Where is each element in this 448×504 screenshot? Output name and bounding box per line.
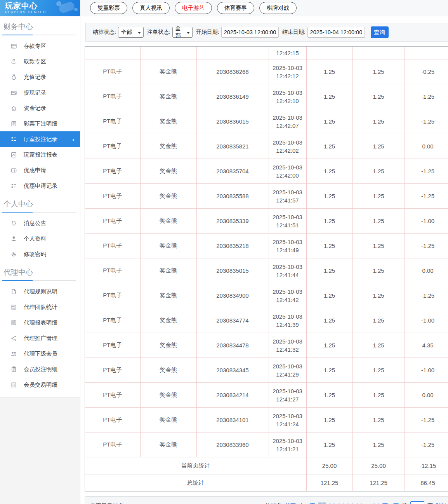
cell-game: 奖金熊 (140, 333, 196, 358)
prev-page-link[interactable]: 上一页 (299, 502, 315, 504)
cell-bet-amount: 1.25 (306, 109, 352, 134)
sidebar-item[interactable]: 会员交易明细 › (0, 377, 80, 392)
sidebar-item[interactable]: 优惠申请记录 › (0, 178, 80, 194)
table-row: PT电子奖金熊20308353392025-10-0312:41:511.251… (85, 209, 448, 234)
sidebar-item[interactable]: 优惠申请 › (0, 162, 80, 178)
sidebar-item[interactable]: 厅室投注记录 › (0, 131, 80, 147)
game-category-tab[interactable]: 棋牌对战 (259, 2, 297, 14)
cell-bet-time: 2025-10-0312:41:29 (269, 358, 306, 383)
cell-order-no: 2030834345 (196, 358, 269, 383)
next-page-link[interactable]: 下一页 (382, 502, 399, 504)
sidebar-item[interactable]: 资金记录 › (0, 100, 80, 116)
sidebar-item[interactable]: 提现记录 › (0, 85, 80, 100)
cell-order-no: 2030835704 (196, 159, 269, 184)
cell-order-no: 2030833960 (196, 432, 269, 457)
page-size-text: 每页显示20条 (90, 502, 124, 504)
cell-game: 奖金熊 (140, 308, 196, 333)
sidebar-item[interactable]: 代理下级会员 › (0, 346, 80, 361)
cell-platform: PT电子 (85, 258, 140, 283)
start-date-label: 开始日期: (196, 29, 219, 36)
settle-status-select[interactable]: 全部 (118, 27, 144, 38)
cell-game: 奖金熊 (140, 358, 196, 383)
pagination-controls: 共97条 首页 上一页 [1][2][3][4][5]...[5] 下一页 第 … (265, 501, 447, 504)
game-category-tab[interactable]: 真人视讯 (132, 2, 170, 14)
cell-bet-time: 2025-10-0312:42:00 (269, 159, 306, 184)
table-row: PT电子奖金熊20308341012025-10-0312:41:241.251… (85, 408, 448, 432)
sidebar-item[interactable]: 彩票下注明细 › (0, 116, 80, 131)
pagination-bar: 每页显示20条 共97条 首页 上一页 [1][2][3][4][5]...[5… (85, 496, 448, 504)
jump-button[interactable]: 跳转 (436, 502, 447, 504)
sidebar-item-label: 代理下级会员 (24, 350, 57, 358)
sidebar-item[interactable]: 修改密码 › (0, 246, 80, 262)
table-row: PT电子奖金熊20308362682025-10-0312:42:121.251… (85, 59, 448, 84)
table-row: PT电子奖金熊20308344782025-10-0312:41:321.251… (85, 333, 448, 358)
cell-game: 奖金熊 (140, 432, 196, 457)
sidebar-item-label: 个人资料 (24, 235, 46, 242)
deposit-card-icon (10, 43, 17, 49)
sidebar-item-label: 充值记录 (24, 73, 46, 81)
game-category-tab[interactable]: 电子游艺 (175, 2, 212, 14)
summary-bet-amount: 121.25 (306, 474, 352, 492)
sidebar-item[interactable]: 代理规则说明 › (0, 284, 80, 299)
cell-bet-amount: 1.25 (306, 308, 352, 333)
game-category-tab[interactable]: 体育赛事 (217, 2, 254, 14)
table-row: PT电子奖金熊20308343452025-10-0312:41:291.251… (85, 358, 448, 383)
cell-bet-time: 2025-10-0312:41:24 (269, 408, 306, 432)
logo: 玩家中心 PLAYERS CENTER (0, 0, 80, 16)
jump-page-input[interactable] (410, 501, 424, 504)
cell-bet-amount: 1.25 (306, 408, 352, 432)
sidebar-item[interactable]: 个人资料 › (0, 231, 80, 246)
sidebar-item[interactable]: 代理报表明细 › (0, 315, 80, 330)
cell-platform: PT电子 (85, 59, 140, 84)
cell-game: 奖金熊 (140, 134, 196, 159)
cell-valid-bet: 1.25 (352, 283, 405, 308)
newspaper-icon (10, 304, 17, 310)
file-icon (10, 288, 17, 295)
sidebar-item-label: 修改密码 (24, 251, 46, 258)
cell-order-no: 2030834101 (196, 408, 269, 432)
cell-platform: PT电子 (85, 432, 140, 457)
sidebar-section-title: 代理中心 (0, 262, 80, 280)
list-detail-icon (10, 183, 17, 189)
cell-platform: PT电子 (85, 184, 140, 209)
sidebar-item[interactable]: 取款专区 › (0, 54, 80, 69)
end-date-input[interactable] (307, 27, 365, 38)
start-date-input[interactable] (221, 27, 279, 38)
cell-bet-amount: 1.25 (306, 184, 352, 209)
cell-valid-bet: 1.25 (352, 84, 405, 109)
bet-records-table: 12:42:15 PT电子奖金熊20308362682025-10-0312:4… (85, 46, 448, 492)
sidebar-item[interactable]: 存款专区 › (0, 38, 80, 54)
sidebar-item[interactable]: 消息公告 › (0, 215, 80, 231)
sidebar-item[interactable]: 玩家投注报表 › (0, 147, 80, 162)
page-number-link[interactable]: [1] (318, 502, 326, 504)
order-status-select[interactable]: 全部 (172, 27, 193, 38)
list-box-icon (10, 382, 17, 388)
cell-order-no: 2030836149 (196, 84, 269, 109)
cell-platform: PT电子 (85, 383, 140, 408)
cell-net-result: -1.00 (405, 308, 448, 333)
sidebar-item-label: 存款专区 (24, 42, 46, 50)
table-row: PT电子奖金熊20308342142025-10-0312:41:271.251… (85, 383, 448, 408)
cell-valid-bet: 1.25 (352, 408, 405, 432)
sidebar-item[interactable]: 会员投注明细 › (0, 361, 80, 377)
sidebar-item[interactable]: 充值记录 › (0, 69, 80, 85)
total-count-text: 共97条 (265, 502, 282, 504)
cell-bet-time: 2025-10-0312:42:02 (269, 134, 306, 159)
sidebar-item-label: 代理报表明细 (24, 319, 57, 326)
cell-net-result: -1.25 (405, 408, 448, 432)
first-page-link[interactable]: 首页 (285, 502, 296, 504)
list-detail-icon (10, 136, 17, 143)
query-button[interactable]: 查询 (371, 26, 389, 38)
cell-net-result: 0.00 (405, 134, 448, 159)
sidebar-item-label: 会员投注明细 (24, 366, 57, 373)
cell-game: 奖金熊 (140, 209, 196, 234)
wallet-icon (10, 89, 17, 96)
sidebar-footer (0, 398, 80, 504)
cell-net-result: -1.25 (405, 234, 448, 258)
sidebar-item[interactable]: 代理推广管理 › (0, 330, 80, 346)
cell-order-no: 2030834900 (196, 283, 269, 308)
game-category-tab[interactable]: 雙赢彩票 (90, 2, 127, 14)
sidebar-item[interactable]: 代理团队统计 › (0, 299, 80, 315)
sidebar-section-items: 消息公告 › 个人资料 › 修改密码 › (0, 215, 80, 262)
cell-platform: PT电子 (85, 234, 140, 258)
